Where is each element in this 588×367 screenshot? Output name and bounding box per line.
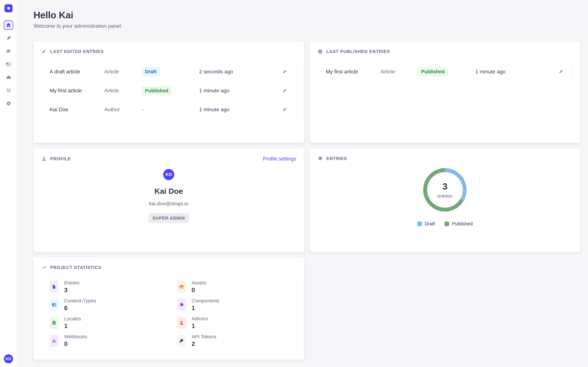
stat-label: Components (192, 298, 219, 304)
section-title: LAST PUBLISHED ENTRIES (326, 49, 390, 54)
user-icon (41, 156, 47, 161)
sidebar-item-marketplace[interactable] (4, 86, 13, 95)
stat-value: 6 (64, 305, 96, 312)
donut-total-label: entries (438, 193, 452, 199)
pencil-icon (41, 49, 47, 54)
main-content: Hello Kai Welcome to your administration… (17, 0, 588, 367)
project-statistics-card: PROJECT STATISTICS Entries 3 (34, 257, 304, 360)
legend-item: Published (444, 221, 473, 226)
profile-email: kai.doe@strapi.io (149, 201, 188, 207)
stat-admins: Admins 1 (169, 314, 296, 332)
status-badge: Published (418, 67, 448, 76)
picture-icon (179, 284, 184, 289)
sidebar-item-settings[interactable] (4, 99, 13, 108)
legend-label: Published (452, 221, 473, 226)
stat-api-tokens: API Tokens 2 (169, 332, 296, 350)
entry-type: Article (104, 88, 142, 94)
page-title: Hello Kai (34, 9, 580, 20)
profile-card: PROFILE Profile settings KD Kai Doe kai.… (34, 149, 304, 252)
sidebar: KD (0, 0, 17, 367)
strapi-logo-icon[interactable] (4, 4, 13, 12)
entries-card: ENTRIES 3 entries (310, 149, 580, 252)
section-title: PROJECT STATISTICS (50, 265, 101, 270)
entry-name: My first article (50, 88, 104, 94)
stats-grid: Entries 3 Assets 0 (41, 278, 296, 350)
entry-name: My first article (326, 69, 380, 75)
table-row: My first article Article Published 1 min… (42, 81, 296, 100)
profile-settings-link[interactable]: Profile settings (263, 156, 296, 162)
chart-legend: Draft Published (417, 221, 473, 226)
last-published-entries-card: LAST PUBLISHED ENTRIES My first article … (310, 42, 580, 143)
stat-value: 0 (64, 341, 87, 347)
entry-name: Kai Doe (50, 107, 104, 113)
entry-time: 1 minute ago (199, 107, 281, 113)
stat-label: Admins (192, 316, 208, 322)
stat-components: Components 1 (169, 296, 296, 314)
media-library-icon (6, 49, 11, 54)
entry-type: Article (380, 69, 418, 75)
entry-time: 1 minute ago (199, 88, 281, 94)
cloud-icon (6, 75, 11, 80)
stat-content-types: Content-Types 6 (42, 296, 169, 314)
stat-value: 1 (192, 305, 219, 312)
gear-icon (6, 101, 11, 106)
sidebar-item-home[interactable] (4, 20, 13, 30)
table-row: My first article Article Published 1 min… (318, 62, 572, 81)
sidebar-item-deploy[interactable] (4, 73, 13, 82)
sidebar-item-content-type-builder[interactable] (4, 59, 13, 69)
donut-total: 3 (442, 181, 447, 192)
check-circle-icon (318, 49, 323, 54)
pencil-icon (559, 69, 564, 74)
stat-label: Entries (64, 280, 79, 286)
admin-user-icon (179, 320, 184, 325)
pencil-icon (282, 107, 288, 112)
edit-entry-button[interactable] (282, 107, 288, 112)
stat-value: 0 (192, 287, 206, 294)
key-icon (179, 338, 184, 343)
entry-type: Article (104, 69, 142, 75)
status-badge: Published (142, 86, 172, 95)
pencil-icon (282, 69, 288, 74)
status-badge: Draft (142, 67, 160, 76)
profile-name: Kai Doe (155, 187, 183, 196)
edit-entry-button[interactable] (282, 88, 288, 93)
pencil-icon (282, 88, 288, 93)
avatar: KD (163, 169, 174, 180)
document-icon (52, 284, 57, 289)
role-badge: SUPER ADMIN (149, 214, 189, 223)
table-row: Kai Doe Author - 1 minute ago (42, 100, 296, 119)
status-badge: - (142, 105, 144, 114)
user-avatar[interactable]: KD (4, 354, 13, 363)
sidebar-item-media-library[interactable] (4, 47, 13, 56)
entry-time: 1 minute ago (475, 69, 557, 75)
feather-icon (6, 35, 11, 41)
legend-swatch-draft (417, 222, 422, 226)
globe-icon (52, 320, 57, 325)
stat-value: 2 (192, 341, 216, 347)
stat-value: 1 (192, 323, 208, 329)
sidebar-divider (0, 16, 17, 17)
sidebar-item-content-manager[interactable] (4, 33, 13, 43)
trending-up-icon (41, 265, 47, 270)
page-subtitle: Welcome to your administration panel (34, 23, 580, 29)
stat-label: Assets (192, 280, 206, 286)
stat-value: 3 (64, 287, 79, 294)
legend-label: Draft (425, 221, 435, 226)
last-published-table: My first article Article Published 1 min… (318, 62, 572, 81)
last-edited-table: A draft article Article Draft 2 seconds … (41, 62, 296, 119)
stat-entries: Entries 3 (42, 278, 169, 296)
sidebar-nav (4, 20, 13, 112)
stat-assets: Assets 0 (169, 278, 296, 296)
edit-entry-button[interactable] (558, 69, 564, 74)
legend-item: Draft (417, 221, 435, 226)
stat-label: API Tokens (192, 334, 216, 339)
section-title: ENTRIES (326, 156, 347, 161)
section-title: LAST EDITED ENTRIES (50, 49, 104, 54)
stat-webhooks: Webhooks 0 (42, 332, 169, 350)
edit-entry-button[interactable] (282, 69, 288, 74)
home-icon (6, 22, 11, 28)
webhook-icon (52, 338, 57, 343)
entry-time: 2 seconds ago (199, 69, 281, 75)
legend-swatch-published (444, 222, 449, 226)
section-title: PROFILE (50, 156, 71, 161)
